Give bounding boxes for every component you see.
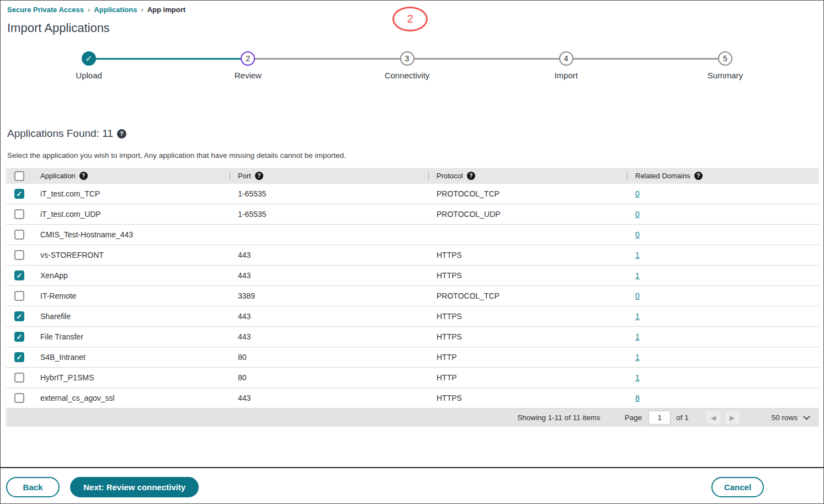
related-domains-link[interactable]: 1 [635, 251, 640, 259]
header-protocol: Protocol ? [428, 168, 627, 184]
rows-per-page-dropdown[interactable]: 50 rows [772, 413, 809, 422]
check-icon: ✓ [17, 190, 23, 198]
protocol-value: HTTPS [428, 332, 627, 341]
row-checkbox[interactable]: ✓ [14, 352, 24, 362]
port-value: 80 [230, 373, 428, 382]
header-related-domains: Related Domains ? [627, 168, 819, 184]
help-icon[interactable]: ? [467, 172, 475, 180]
next-page-button[interactable]: ▶ [725, 411, 740, 424]
related-domains-link[interactable]: 0 [635, 210, 640, 219]
page-label: Page [625, 413, 642, 422]
related-domains-link[interactable]: 1 [635, 353, 640, 362]
page-of-text: of 1 [676, 413, 689, 422]
step-connectivity: 3 Connectivity [327, 51, 486, 80]
header-application: Application ? [35, 168, 230, 184]
check-icon: ✓ [17, 333, 23, 341]
port-value: 1-65535 [230, 189, 428, 198]
table-row: vs-STOREFRONT 443 HTTPS 1 [6, 245, 819, 266]
table-header-row: Application ? Port ? Protocol ? Related … [6, 168, 819, 184]
check-icon: ✓ [17, 312, 23, 321]
step-upload: ✓ Upload [9, 51, 168, 80]
back-button[interactable]: Back [6, 477, 60, 497]
protocol-value: HTTP [428, 353, 627, 362]
next-page-icon: ▶ [730, 414, 735, 422]
related-domains-link[interactable]: 0 [635, 230, 640, 239]
row-checkbox[interactable]: ✓ [14, 189, 24, 199]
select-all-checkbox[interactable] [14, 171, 24, 181]
table-body: ✓ iT_test.com_TCP 1-65535 PROTOCOL_TCP 0… [6, 184, 819, 408]
annotation-circle-2: 2 [392, 7, 428, 31]
table-row: ✓ XenApp 443 HTTPS 1 [6, 266, 819, 286]
related-domains-link[interactable]: 1 [635, 271, 640, 280]
header-port: Port ? [230, 168, 428, 184]
breadcrumb-separator-icon: › [88, 6, 90, 14]
application-name: vs-STOREFRONT [35, 251, 230, 259]
related-domains-link[interactable]: 1 [635, 332, 640, 341]
protocol-value: HTTP [428, 373, 627, 382]
port-value: 3389 [230, 291, 428, 300]
table-row: external_cs_agov_ssl 443 HTTPS 8 [6, 388, 819, 408]
protocol-value: HTTPS [428, 271, 627, 280]
help-icon[interactable]: ? [117, 129, 126, 139]
next-review-connectivity-button[interactable]: Next: Review connectivity [70, 477, 199, 497]
page-number-input[interactable] [648, 411, 671, 425]
help-icon[interactable]: ? [255, 172, 263, 180]
protocol-value: HTTPS [428, 394, 627, 402]
row-checkbox[interactable] [14, 393, 24, 403]
row-checkbox[interactable] [14, 209, 24, 219]
port-value: 443 [230, 271, 428, 280]
row-checkbox[interactable] [14, 250, 24, 260]
chevron-down-icon [803, 413, 810, 420]
related-domains-link[interactable]: 0 [635, 189, 640, 198]
port-value: 80 [230, 353, 428, 362]
related-domains-link[interactable]: 1 [635, 312, 640, 321]
breadcrumb-separator-icon: › [141, 6, 143, 14]
row-checkbox[interactable]: ✓ [14, 332, 24, 342]
help-icon[interactable]: ? [694, 172, 703, 180]
showing-items-text: Showing 1-11 of 11 items [517, 413, 600, 422]
application-name: XenApp [35, 271, 230, 280]
import-applications-page: Secure Private Access › Applications › A… [0, 0, 824, 504]
header-select-all-cell [6, 168, 35, 184]
cancel-button[interactable]: Cancel [711, 477, 764, 497]
row-checkbox[interactable]: ✓ [14, 311, 24, 321]
row-checkbox[interactable] [14, 230, 24, 240]
step-review: 2 Review [168, 51, 327, 80]
table-row: ✓ S4B_Intranet 80 HTTP 1 [6, 347, 819, 368]
stepper: ✓ Upload 2 Review 3 Connectivity 4 Impor… [9, 51, 805, 80]
table-row: iT_test.com_UDP 1-65535 PROTOCOL_UDP 0 [6, 204, 819, 225]
port-value: 443 [230, 332, 428, 341]
applications-table: Application ? Port ? Protocol ? Related … [6, 168, 819, 427]
previous-page-button[interactable]: ◀ [706, 411, 721, 424]
protocol-value: PROTOCOL_TCP [428, 189, 627, 198]
page-title: Import Applications [7, 21, 110, 35]
protocol-value: PROTOCOL_TCP [428, 291, 627, 300]
table-row: ✓ Sharefile 443 HTTPS 1 [6, 306, 819, 327]
step-summary: 5 Summary [646, 51, 805, 80]
related-domains-link[interactable]: 1 [635, 373, 640, 382]
breadcrumb-secure-private-access[interactable]: Secure Private Access [7, 6, 84, 14]
related-domains-link[interactable]: 8 [635, 394, 640, 402]
check-icon: ✓ [86, 54, 93, 63]
help-icon[interactable]: ? [79, 172, 88, 180]
protocol-value: HTTPS [428, 251, 627, 259]
check-icon: ✓ [17, 272, 23, 280]
section-subtext: Select the application you wish to impor… [7, 151, 346, 160]
row-checkbox[interactable] [14, 373, 24, 383]
application-name: HybrIT_P1SMS [35, 373, 230, 382]
pagination-bar: Showing 1-11 of 11 items Page of 1 ◀ ▶ 5… [6, 408, 819, 427]
annotation-label: 2 [407, 13, 413, 25]
protocol-value: HTTPS [428, 312, 627, 321]
check-icon: ✓ [17, 353, 23, 362]
port-value: 443 [230, 312, 428, 321]
port-value: 443 [230, 394, 428, 402]
related-domains-link[interactable]: 0 [635, 291, 640, 300]
breadcrumb: Secure Private Access › Applications › A… [7, 6, 185, 14]
application-name: IT-Remote [35, 291, 230, 300]
applications-found-label: Applications Found: 11 [7, 128, 113, 140]
row-checkbox[interactable] [14, 291, 24, 301]
step-import: 4 Import [487, 51, 646, 80]
row-checkbox[interactable]: ✓ [14, 270, 24, 280]
breadcrumb-applications[interactable]: Applications [94, 6, 137, 14]
table-row: ✓ iT_test.com_TCP 1-65535 PROTOCOL_TCP 0 [6, 184, 819, 204]
